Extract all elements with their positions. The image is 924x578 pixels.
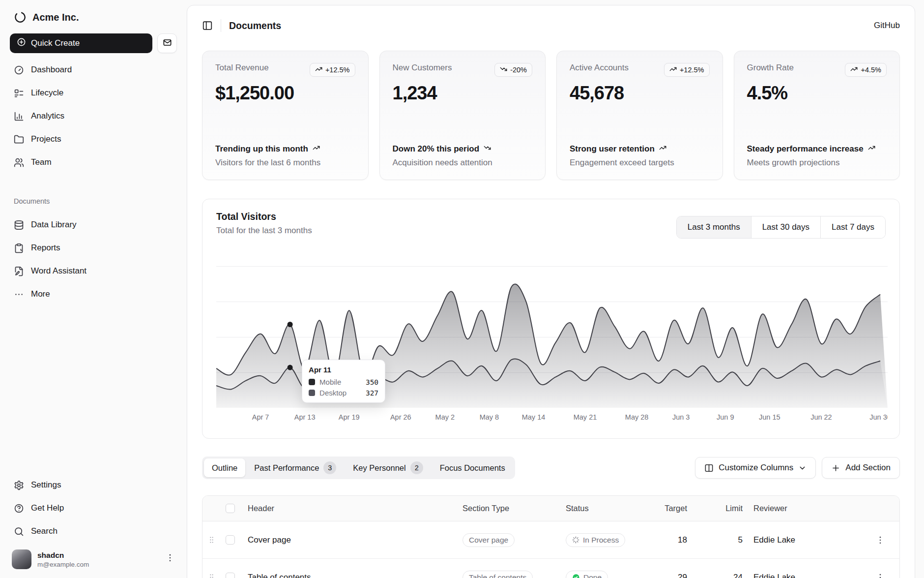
ellipsis-vertical-icon[interactable]: [165, 553, 175, 563]
section-type-badge: Table of contents: [462, 571, 533, 578]
add-section-button[interactable]: Add Section: [822, 457, 900, 479]
panel-left-icon[interactable]: [202, 20, 213, 31]
sidebar-item-search[interactable]: Search: [8, 521, 179, 541]
tab-outline[interactable]: Outline: [204, 458, 245, 477]
sidebar-item-dashboard[interactable]: Dashboard: [8, 60, 179, 80]
row-reviewer[interactable]: Eddie Lake: [748, 573, 861, 578]
drag-handle-icon[interactable]: [207, 536, 216, 544]
series-value: 327: [366, 389, 378, 397]
quick-create-button[interactable]: Quick Create: [10, 33, 152, 53]
divider: [221, 19, 221, 32]
section-type-badge: Cover page: [462, 533, 515, 547]
clipboard-icon: [14, 243, 24, 253]
svg-text:May 28: May 28: [625, 413, 649, 421]
chart-title: Total Visitors: [216, 211, 312, 222]
sidebar-item-more[interactable]: More: [8, 284, 179, 304]
svg-text:Jun 30: Jun 30: [869, 413, 888, 421]
sidebar-item-data-library[interactable]: Data Library: [8, 215, 179, 235]
stat-label: Total Revenue: [215, 63, 269, 73]
col-section-type: Section Type: [462, 504, 561, 513]
series-value: 350: [366, 378, 378, 386]
user-menu[interactable]: shadcn m@example.com: [8, 545, 179, 571]
trending-down-icon: [484, 144, 491, 154]
loader-icon: [572, 536, 579, 544]
user-email: m@example.com: [37, 561, 89, 568]
row-target[interactable]: 29: [654, 573, 693, 578]
chart-column-icon: [14, 111, 24, 122]
tab-key-personnel[interactable]: Key Personnel2: [345, 458, 431, 477]
stat-label: New Customers: [393, 63, 452, 73]
brand-logo-icon: [14, 11, 27, 24]
sidebar-item-label: Dashboard: [31, 65, 72, 75]
sidebar-item-reports[interactable]: Reports: [8, 238, 179, 258]
inbox-button[interactable]: [157, 33, 177, 53]
series-label: Mobile: [319, 378, 361, 386]
range-last-3-months[interactable]: Last 3 months: [677, 216, 751, 238]
trending-up-icon: [850, 65, 858, 74]
stat-footer-subtitle: Engagement exceed targets: [570, 158, 710, 168]
customize-columns-button[interactable]: Customize Columns: [695, 457, 816, 479]
sidebar-documents-nav: Data LibraryReportsWord AssistantMore: [8, 215, 179, 307]
row-menu-button[interactable]: [875, 535, 885, 545]
table-header-row: Header Section Type Status Target Limit …: [202, 496, 899, 521]
trending-down-icon: [500, 65, 507, 74]
tab-focus-documents[interactable]: Focus Documents: [432, 458, 513, 477]
sidebar-item-team[interactable]: Team: [8, 152, 179, 172]
database-icon: [14, 220, 24, 230]
row-name[interactable]: Cover page: [240, 535, 462, 545]
sidebar-item-label: Projects: [31, 134, 61, 144]
range-toggle-group: Last 3 monthsLast 30 daysLast 7 days: [676, 216, 886, 239]
ellipsis-icon: [14, 289, 24, 300]
row-checkbox[interactable]: [226, 535, 235, 545]
drag-handle-icon[interactable]: [207, 573, 216, 578]
list-icon: [14, 88, 24, 98]
range-last-7-days[interactable]: Last 7 days: [820, 216, 885, 238]
sidebar-item-label: Word Assistant: [31, 266, 87, 276]
tab-label: Key Personnel: [353, 463, 405, 473]
sidebar: Acme Inc. Quick Create DashboardLifecycl…: [0, 0, 187, 578]
tab-past-performance[interactable]: Past Performance3: [246, 458, 344, 477]
series-swatch: [309, 390, 315, 396]
row-menu-button[interactable]: [875, 573, 885, 578]
svg-text:Apr 13: Apr 13: [294, 413, 316, 421]
series-label: Desktop: [319, 389, 361, 397]
svg-text:May 21: May 21: [574, 413, 597, 421]
user-name: shadcn: [37, 551, 89, 560]
row-target[interactable]: 18: [654, 535, 693, 545]
sidebar-item-label: Get Help: [31, 503, 64, 513]
svg-text:May 2: May 2: [435, 413, 455, 421]
svg-text:May 8: May 8: [480, 413, 499, 421]
col-status: Status: [561, 504, 654, 513]
trending-up-icon: [868, 144, 875, 154]
trending-up-icon: [315, 65, 322, 74]
range-last-30-days[interactable]: Last 30 days: [751, 216, 820, 238]
row-checkbox[interactable]: [226, 573, 235, 578]
row-limit[interactable]: 5: [693, 535, 748, 545]
svg-text:Apr 26: Apr 26: [390, 413, 411, 421]
col-reviewer: Reviewer: [748, 504, 861, 513]
brand[interactable]: Acme Inc.: [8, 6, 179, 29]
sidebar-item-word-assistant[interactable]: Word Assistant: [8, 261, 179, 281]
row-name[interactable]: Table of contents: [240, 573, 462, 578]
trend-badge: +12.5%: [664, 63, 710, 77]
github-link[interactable]: GitHub: [874, 21, 900, 30]
sidebar-item-get-help[interactable]: Get Help: [8, 498, 179, 518]
tab-label: Outline: [212, 463, 237, 473]
sidebar-item-settings[interactable]: Settings: [8, 475, 179, 495]
sidebar-item-projects[interactable]: Projects: [8, 129, 179, 149]
plus-icon: [831, 463, 840, 473]
select-all-checkbox[interactable]: [226, 504, 235, 513]
circle-plus-icon: [17, 37, 26, 49]
stat-card-total-revenue: Total Revenue +12.5% $1,250.00 Trending …: [202, 51, 369, 180]
sidebar-item-label: Reports: [31, 243, 60, 253]
visitors-area-chart[interactable]: Apr 7Apr 13Apr 19Apr 26May 2May 8May 14M…: [216, 266, 886, 424]
svg-text:Jun 15: Jun 15: [759, 413, 780, 421]
row-reviewer[interactable]: Eddie Lake: [748, 535, 861, 545]
sidebar-item-analytics[interactable]: Analytics: [8, 106, 179, 126]
sidebar-item-lifecycle[interactable]: Lifecycle: [8, 83, 179, 103]
customize-columns-label: Customize Columns: [719, 463, 793, 473]
sidebar-footer-nav: SettingsGet HelpSearch: [8, 475, 179, 545]
stat-footer-subtitle: Visitors for the last 6 months: [215, 158, 355, 168]
topbar: Documents GitHub: [202, 5, 900, 46]
row-limit[interactable]: 24: [693, 573, 748, 578]
